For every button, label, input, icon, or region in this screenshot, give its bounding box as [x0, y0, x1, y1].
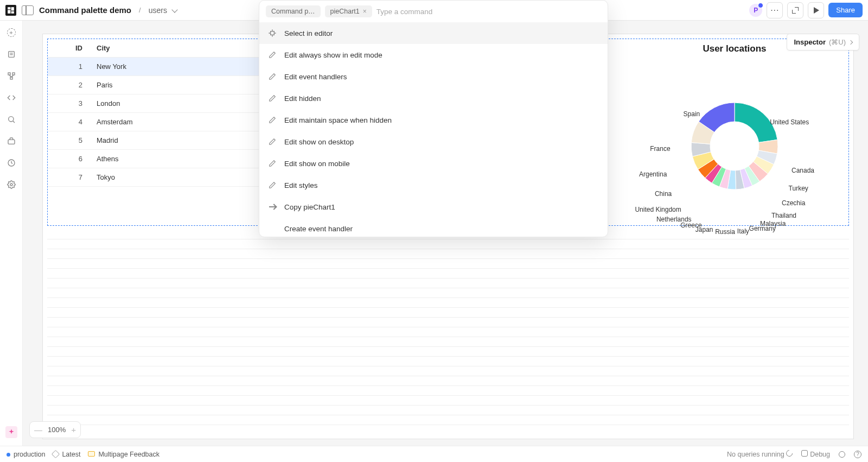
palette-item[interactable]: Edit always show in edit mode [259, 44, 608, 66]
svg-rect-7 [8, 73, 10, 75]
history-button[interactable] [6, 157, 17, 168]
grid-rows [47, 230, 849, 434]
component-chip[interactable]: pieChart1 × [325, 5, 372, 17]
chart-slice-label: France [650, 145, 670, 153]
svg-rect-9 [10, 77, 12, 79]
palette-header: Command p… pieChart1 × [259, 1, 608, 22]
palette-item-label: Edit show on desktop [284, 138, 354, 146]
chart-slice-label: United States [770, 118, 809, 126]
col-city[interactable]: City [91, 39, 273, 58]
palette-list: Select in editorEdit always show in edit… [259, 22, 608, 237]
pencil-icon [268, 50, 277, 59]
palette-item-label: Edit hidden [284, 94, 321, 103]
chevron-right-icon [848, 40, 853, 44]
refresh-icon[interactable] [785, 449, 794, 458]
feedback-link[interactable]: Multipage Feedback [88, 451, 159, 458]
svg-rect-3 [11, 11, 14, 13]
outline-button[interactable] [6, 49, 17, 60]
cell-city: New York [91, 58, 273, 76]
cell-city: Madrid [91, 131, 273, 150]
col-id[interactable]: ID [48, 39, 91, 58]
add-component-button[interactable] [6, 27, 17, 38]
breadcrumb-page[interactable]: users [149, 6, 177, 15]
cell-city: Amsterdam [91, 113, 273, 131]
play-icon [814, 7, 819, 14]
cell-id: 5 [48, 131, 91, 150]
donut-svg [680, 92, 789, 200]
palette-item[interactable]: Copy pieChart1 [259, 196, 608, 218]
palette-item-label: Edit styles [284, 181, 318, 189]
share-button[interactable]: Share [828, 3, 863, 17]
palette-item[interactable]: Edit event handlers [259, 66, 608, 87]
history-icon[interactable] [839, 451, 845, 458]
cell-city: London [91, 94, 273, 113]
pencil-icon [268, 94, 277, 103]
version-indicator[interactable]: Latest [53, 451, 80, 458]
component-tree-button[interactable] [6, 71, 17, 81]
more-menu-button[interactable]: ··· [767, 2, 783, 18]
chart-slice-label: Spain [684, 110, 700, 118]
dots-icon: ··· [770, 5, 779, 15]
palette-item-label: Create event handler [284, 225, 353, 233]
settings-button[interactable] [6, 179, 17, 190]
zoom-value: 100% [48, 426, 66, 434]
chip-close-icon[interactable]: × [363, 8, 367, 15]
status-bar: production Latest Multipage Feedback No … [0, 446, 868, 462]
command-palette: Command p… pieChart1 × Select in editorE… [259, 0, 608, 237]
cell-city: Tokyo [91, 168, 273, 187]
status-dot-icon [7, 453, 10, 457]
context-chip[interactable]: Command p… [266, 5, 321, 17]
preview-button[interactable] [808, 2, 824, 18]
chart-slice-label: Czechia [782, 199, 805, 207]
debug-button[interactable]: Debug [801, 450, 830, 458]
svg-rect-8 [12, 73, 15, 75]
tag-icon [52, 450, 60, 458]
fullscreen-button[interactable] [787, 2, 803, 18]
zoom-out-button[interactable]: — [34, 425, 42, 434]
target-icon [268, 29, 277, 37]
blank-icon [268, 224, 277, 233]
pencil-icon [268, 137, 277, 146]
command-input[interactable] [376, 8, 601, 16]
cell-id: 6 [48, 150, 91, 168]
palette-item[interactable]: Edit show on mobile [259, 153, 608, 174]
svg-point-12 [8, 117, 13, 122]
palette-item-label: Edit maintain space when hidden [284, 116, 392, 124]
palette-item-label: Edit event handlers [284, 73, 347, 81]
svg-rect-2 [11, 7, 14, 10]
env-indicator[interactable]: production [7, 451, 45, 458]
inspector-toggle[interactable]: Inspector (⌘U) [787, 34, 859, 50]
cell-city: Paris [91, 76, 273, 94]
palette-item-label: Select in editor [284, 29, 333, 37]
palette-item[interactable]: Edit show on desktop [259, 131, 608, 153]
pie-chart-component[interactable]: User locations United StatesCanadaTurkey… [621, 39, 848, 224]
palette-item[interactable]: Select in editor [259, 22, 608, 44]
pencil-icon [268, 72, 277, 81]
palette-item[interactable]: Edit maintain space when hidden [259, 109, 608, 131]
search-button[interactable] [6, 114, 17, 125]
panels-toggle-icon[interactable] [22, 5, 34, 15]
inspector-shortcut: (⌘U) [829, 38, 846, 46]
ai-assistant-button[interactable] [5, 426, 17, 438]
code-button[interactable] [6, 92, 17, 103]
breadcrumb-page-label: users [149, 6, 167, 15]
palette-item[interactable]: Edit hidden [259, 87, 608, 109]
palette-item[interactable]: Edit styles [259, 174, 608, 196]
pencil-icon [268, 159, 277, 168]
chart-slice-label: Turkey [789, 185, 808, 192]
plus-circle-icon [7, 28, 16, 37]
palette-item[interactable]: Create event handler [259, 218, 608, 237]
chart-slice-label: Netherlands [656, 216, 692, 223]
palette-item-label: Edit show on mobile [284, 160, 350, 168]
help-icon[interactable]: ? [854, 451, 861, 458]
message-icon [88, 451, 95, 457]
zoom-in-button[interactable]: + [71, 425, 76, 434]
expand-icon [792, 7, 799, 14]
bug-icon [801, 450, 808, 457]
releases-button[interactable] [6, 136, 17, 147]
user-avatar[interactable]: P [749, 4, 762, 17]
query-status: No queries running [727, 450, 793, 458]
app-logo[interactable] [5, 5, 16, 16]
cell-id: 1 [48, 58, 91, 76]
chart-slice-label: United Kingdom [635, 206, 681, 213]
